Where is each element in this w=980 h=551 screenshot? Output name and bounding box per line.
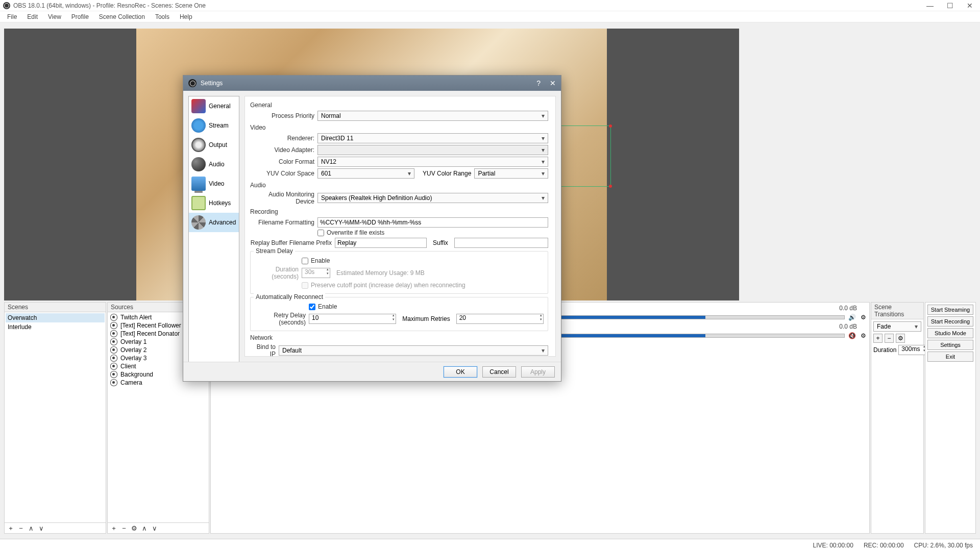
stream-delay-enable-checkbox[interactable]: Enable bbox=[302, 257, 330, 264]
menu-edit[interactable]: Edit bbox=[23, 12, 42, 21]
source-up-button[interactable]: ∧ bbox=[140, 524, 149, 532]
section-video: Video bbox=[250, 124, 548, 131]
nav-general[interactable]: General bbox=[189, 96, 239, 116]
reconnect-enable-checkbox[interactable]: Enable bbox=[309, 303, 337, 310]
eye-icon[interactable] bbox=[110, 371, 117, 378]
video-icon bbox=[191, 177, 206, 191]
video-adapter-label: Video Adapter: bbox=[250, 146, 314, 154]
settings-nav: General Stream Output Audio Video Hotkey… bbox=[188, 96, 239, 363]
cancel-button[interactable]: Cancel bbox=[482, 366, 516, 378]
start-streaming-button[interactable]: Start Streaming bbox=[927, 305, 973, 315]
add-source-button[interactable]: + bbox=[110, 524, 118, 532]
remove-scene-button[interactable]: − bbox=[17, 524, 25, 532]
nav-hotkeys[interactable]: Hotkeys bbox=[189, 193, 239, 213]
video-adapter-select bbox=[317, 145, 548, 155]
menu-file[interactable]: File bbox=[3, 12, 21, 21]
source-label: [Text] Recent Follower bbox=[120, 322, 181, 329]
maximize-button[interactable]: ☐ bbox=[947, 2, 953, 10]
source-down-button[interactable]: ∨ bbox=[151, 524, 159, 532]
eye-icon[interactable] bbox=[110, 322, 117, 329]
nav-audio[interactable]: Audio bbox=[189, 155, 239, 174]
help-button[interactable]: ? bbox=[536, 79, 541, 87]
stream-icon bbox=[191, 118, 206, 133]
source-label: Overlay 3 bbox=[120, 355, 146, 362]
duration-spinner[interactable]: 300ms bbox=[898, 345, 927, 355]
audio-monitor-label: Audio Monitoring Device bbox=[250, 191, 314, 205]
menu-tools[interactable]: Tools bbox=[151, 12, 174, 21]
filename-input[interactable] bbox=[317, 217, 548, 228]
transition-settings-button[interactable]: ⚙ bbox=[896, 334, 905, 343]
eye-icon[interactable] bbox=[110, 346, 117, 354]
duration-label: Duration bbox=[873, 346, 896, 354]
section-network: Network bbox=[250, 334, 548, 341]
scene-item[interactable]: Interlude bbox=[6, 322, 105, 332]
source-label: [Text] Recent Donator bbox=[120, 330, 180, 337]
gear-icon[interactable]: ⚙ bbox=[859, 332, 867, 340]
overwrite-checkbox[interactable]: Overwrite if file exists bbox=[317, 229, 384, 236]
settings-button[interactable]: Settings bbox=[927, 340, 973, 350]
exit-button[interactable]: Exit bbox=[927, 352, 973, 362]
renderer-select[interactable]: Direct3D 11 bbox=[317, 133, 548, 143]
remove-source-button[interactable]: − bbox=[120, 524, 128, 532]
general-icon bbox=[191, 99, 206, 113]
max-retries-spinner[interactable]: 20 bbox=[456, 314, 544, 324]
prefix-input[interactable] bbox=[335, 238, 427, 248]
scene-up-button[interactable]: ∧ bbox=[27, 524, 35, 532]
eye-icon[interactable] bbox=[110, 314, 117, 321]
eye-icon[interactable] bbox=[110, 338, 117, 345]
status-rec: REC: 00:00:00 bbox=[864, 542, 904, 549]
mute-icon[interactable]: 🔇 bbox=[848, 332, 856, 340]
scenes-panel: Scenes Overwatch Interlude + − ∧ ∨ bbox=[4, 302, 106, 534]
menu-view[interactable]: View bbox=[44, 12, 65, 21]
start-recording-button[interactable]: Start Recording bbox=[927, 316, 973, 327]
yuv-space-select[interactable]: 601 bbox=[317, 168, 414, 179]
nav-output[interactable]: Output bbox=[189, 135, 239, 155]
eye-icon[interactable] bbox=[110, 355, 117, 362]
color-format-select[interactable]: NV12 bbox=[317, 157, 548, 167]
studio-mode-button[interactable]: Studio Mode bbox=[927, 328, 973, 338]
nav-stream[interactable]: Stream bbox=[189, 116, 239, 135]
obs-logo-icon bbox=[3, 2, 10, 9]
audio-monitor-select[interactable]: Speakers (Realtek High Definition Audio) bbox=[317, 193, 548, 203]
source-label: Overlay 1 bbox=[120, 338, 146, 345]
source-label: Background bbox=[120, 371, 153, 378]
retry-delay-label: Retry Delay (seconds) bbox=[255, 312, 306, 326]
selection-box[interactable] bbox=[555, 126, 611, 187]
retry-delay-spinner[interactable]: 10 bbox=[309, 314, 396, 324]
menu-help[interactable]: Help bbox=[176, 12, 197, 21]
scene-down-button[interactable]: ∨ bbox=[37, 524, 45, 532]
suffix-input[interactable] bbox=[454, 238, 548, 248]
nav-video[interactable]: Video bbox=[189, 174, 239, 193]
eye-icon[interactable] bbox=[110, 330, 117, 337]
nav-advanced[interactable]: Advanced bbox=[189, 213, 239, 232]
close-dialog-button[interactable]: ✕ bbox=[550, 79, 556, 87]
speaker-icon[interactable]: 🔊 bbox=[848, 313, 856, 321]
delay-duration-spinner: 30s bbox=[302, 268, 330, 278]
remove-transition-button[interactable]: − bbox=[885, 334, 894, 343]
gear-icon[interactable]: ⚙ bbox=[859, 313, 867, 321]
close-button[interactable]: ✕ bbox=[967, 2, 973, 10]
advanced-icon bbox=[191, 215, 206, 230]
controls-panel: Start Streaming Start Recording Studio M… bbox=[925, 302, 976, 534]
eye-icon[interactable] bbox=[110, 379, 117, 386]
section-reconnect: Automatically Reconnect bbox=[254, 293, 325, 300]
scene-item[interactable]: Overwatch bbox=[6, 313, 105, 322]
minimize-button[interactable]: — bbox=[926, 2, 934, 10]
eye-icon[interactable] bbox=[110, 363, 117, 370]
ok-button[interactable]: OK bbox=[444, 366, 477, 378]
menu-scene-collection[interactable]: Scene Collection bbox=[95, 12, 149, 21]
stream-delay-group: Stream Delay Enable Duration (seconds) 3… bbox=[250, 251, 548, 294]
settings-titlebar[interactable]: Settings ? ✕ bbox=[183, 76, 561, 91]
add-transition-button[interactable]: + bbox=[873, 334, 883, 343]
menu-profile[interactable]: Profile bbox=[67, 12, 93, 21]
filename-label: Filename Formatting bbox=[250, 219, 314, 226]
process-priority-select[interactable]: Normal bbox=[317, 111, 548, 121]
color-format-label: Color Format bbox=[250, 158, 314, 165]
menu-bar: File Edit View Profile Scene Collection … bbox=[0, 11, 980, 22]
transitions-header: Scene Transitions bbox=[871, 303, 923, 319]
add-scene-button[interactable]: + bbox=[7, 524, 15, 532]
transition-select[interactable]: Fade bbox=[873, 321, 921, 332]
source-settings-button[interactable]: ⚙ bbox=[130, 524, 138, 532]
yuv-range-select[interactable]: Partial bbox=[474, 168, 548, 179]
bind-ip-select[interactable]: Default bbox=[279, 345, 548, 356]
